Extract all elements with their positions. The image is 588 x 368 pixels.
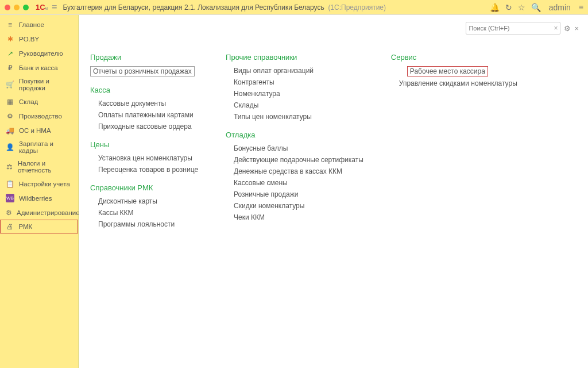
- app-header: 1C℮ ≡ Бухгалтерия для Беларуси, редакция…: [0, 0, 588, 15]
- close-panel-icon[interactable]: ×: [574, 24, 579, 33]
- sidebar-item-8[interactable]: 👤Зарплата и кадры: [0, 137, 78, 157]
- sidebar-item-label: Производство: [19, 113, 62, 120]
- sidebar-icon: ⚙: [6, 208, 12, 217]
- section-title[interactable]: Цены: [90, 140, 198, 149]
- section-title[interactable]: Сервис: [391, 53, 517, 62]
- app-menu-icon[interactable]: ≡: [579, 3, 583, 12]
- link-item[interactable]: Номенклатура: [234, 89, 363, 98]
- sidebar-item-3[interactable]: ₽Банк и касса: [0, 60, 78, 75]
- link-item[interactable]: Скидки номенклатуры: [234, 201, 363, 210]
- sidebar-icon: 🛒: [6, 80, 14, 89]
- link-item[interactable]: Переоценка товаров в рознице: [98, 165, 198, 174]
- header-toolbar: 🔔 ↻ ☆ 🔍 admin ≡: [490, 3, 583, 12]
- sidebar-icon: WB: [6, 194, 14, 202]
- link-item[interactable]: Кассовые документы: [98, 99, 198, 108]
- link-item[interactable]: Управление скидками номенклатуры: [399, 79, 517, 88]
- link-item[interactable]: Кассовые смены: [234, 178, 363, 187]
- section-title[interactable]: Касса: [90, 86, 198, 94]
- sidebar-icon: ≡: [6, 20, 14, 29]
- search-input-wrapper[interactable]: ×: [466, 22, 560, 34]
- sidebar-item-label: Администрирование: [17, 209, 80, 216]
- main-panel: × ⚙ × ПродажиОтчеты о розничных продажах…: [79, 15, 588, 368]
- app-title: Бухгалтерия для Беларуси, редакция 2.1. …: [63, 3, 486, 12]
- link-item[interactable]: Склады: [234, 101, 363, 110]
- link-item[interactable]: Приходные кассовые ордера: [98, 122, 198, 131]
- section-title[interactable]: Продажи: [90, 53, 198, 62]
- sidebar-item-label: Налоги и отчетность: [18, 160, 72, 174]
- sidebar-icon: ✱: [6, 34, 14, 43]
- link-item[interactable]: Действующие подарочные сертификаты: [234, 155, 363, 164]
- link-item[interactable]: Дисконтные карты: [98, 197, 198, 206]
- section-title[interactable]: Отладка: [226, 131, 363, 139]
- search-input[interactable]: [469, 25, 554, 32]
- sidebar-item-label: Банк и касса: [19, 64, 58, 71]
- history-icon[interactable]: ↻: [505, 3, 512, 12]
- sidebar-item-9[interactable]: ⚖Налоги и отчетность: [0, 157, 78, 177]
- close-window-icon[interactable]: [5, 5, 10, 10]
- sidebar: ≡Главное✱PO.BY↗Руководителю₽Банк и касса…: [0, 15, 79, 368]
- link-item[interactable]: Контрагенты: [234, 78, 363, 87]
- sidebar-item-10[interactable]: 📋Настройки учета: [0, 177, 78, 191]
- link-item[interactable]: Отчеты о розничных продажах: [90, 66, 195, 76]
- sidebar-item-label: Руководителю: [19, 50, 63, 57]
- sidebar-icon: ▦: [6, 97, 14, 106]
- section-title[interactable]: Справочники РМК: [90, 183, 198, 192]
- sidebar-item-label: Зарплата и кадры: [19, 140, 72, 154]
- link-item[interactable]: Виды оплат организаций: [234, 66, 363, 75]
- link-item[interactable]: Установка цен номенклатуры: [98, 154, 198, 163]
- link-item[interactable]: Чеки ККМ: [234, 213, 363, 222]
- sidebar-item-4[interactable]: 🛒Покупки и продажи: [0, 75, 78, 94]
- sidebar-item-label: Настройки учета: [19, 181, 70, 187]
- sidebar-icon: 👤: [6, 143, 14, 152]
- sidebar-item-label: Склад: [19, 98, 38, 105]
- sidebar-item-11[interactable]: WBWildberries: [0, 191, 78, 205]
- star-icon[interactable]: ☆: [518, 3, 525, 12]
- sidebar-item-label: PO.BY: [19, 36, 39, 43]
- sidebar-item-6[interactable]: ⚙Производство: [0, 109, 78, 123]
- link-item[interactable]: Типы цен номенклатуры: [234, 112, 363, 121]
- sidebar-item-1[interactable]: ✱PO.BY: [0, 32, 78, 46]
- sidebar-icon: ⚙: [6, 112, 14, 120]
- column-0: ПродажиОтчеты о розничных продажахКассаК…: [90, 53, 198, 229]
- menu-icon[interactable]: ≡: [52, 2, 57, 13]
- sidebar-icon: 🖨: [6, 223, 14, 231]
- sidebar-icon: 📋: [6, 179, 14, 188]
- logo-1c: 1C℮: [36, 3, 48, 12]
- sidebar-item-label: РМК: [19, 223, 33, 230]
- sidebar-item-0[interactable]: ≡Главное: [0, 17, 78, 32]
- mac-window-controls: [5, 5, 29, 10]
- link-item[interactable]: Денежные средства в кассах ККМ: [234, 167, 363, 176]
- link-item[interactable]: Кассы ККМ: [98, 208, 198, 217]
- sidebar-icon: ↗: [6, 49, 14, 57]
- search-icon[interactable]: 🔍: [531, 3, 541, 12]
- sidebar-item-label: Главное: [19, 21, 44, 28]
- column-1: Прочие справочникиВиды оплат организаций…: [226, 53, 363, 229]
- maximize-window-icon[interactable]: [23, 5, 29, 10]
- sidebar-item-label: ОС и НМА: [19, 127, 51, 134]
- sidebar-item-13[interactable]: 🖨РМК: [0, 220, 78, 233]
- main-toolbar: × ⚙ ×: [466, 22, 579, 34]
- sidebar-item-5[interactable]: ▦Склад: [0, 94, 78, 109]
- content-columns: ПродажиОтчеты о розничных продажахКассаК…: [90, 53, 577, 229]
- column-2: СервисРабочее место кассираУправление ск…: [391, 53, 517, 229]
- link-item[interactable]: Оплаты платежными картами: [98, 110, 198, 120]
- minimize-window-icon[interactable]: [14, 5, 20, 10]
- settings-icon[interactable]: ⚙: [564, 24, 571, 33]
- user-label[interactable]: admin: [549, 3, 571, 12]
- link-item[interactable]: Программы лояльности: [98, 220, 198, 229]
- link-item[interactable]: Розничные продажи: [234, 190, 363, 199]
- clear-search-icon[interactable]: ×: [554, 24, 558, 32]
- section-title[interactable]: Прочие справочники: [226, 53, 363, 62]
- link-item[interactable]: Рабочее место кассира: [407, 66, 488, 76]
- bell-icon[interactable]: 🔔: [490, 3, 500, 12]
- sidebar-icon: ⚖: [6, 163, 13, 171]
- sidebar-icon: ₽: [6, 63, 14, 72]
- sidebar-item-7[interactable]: 🚚ОС и НМА: [0, 123, 78, 137]
- sidebar-item-label: Wildberries: [19, 195, 52, 202]
- sidebar-item-2[interactable]: ↗Руководителю: [0, 46, 78, 60]
- sidebar-item-12[interactable]: ⚙Администрирование: [0, 205, 78, 220]
- sidebar-icon: 🚚: [6, 126, 14, 135]
- sidebar-item-label: Покупки и продажи: [19, 78, 72, 91]
- link-item[interactable]: Бонусные баллы: [234, 144, 363, 153]
